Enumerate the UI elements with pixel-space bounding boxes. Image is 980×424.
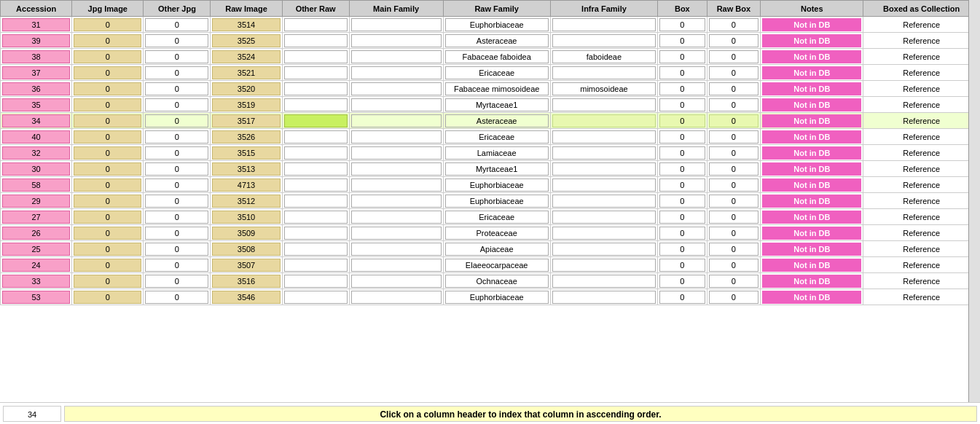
box-cell[interactable] [659,243,705,256]
jpg-cell[interactable] [74,259,141,272]
infra-family-cell[interactable] [552,66,656,79]
infra-family-cell[interactable] [552,82,656,95]
other-jpg-cell[interactable] [145,211,208,224]
notes-cell[interactable]: Not in DB [762,114,861,127]
other-raw-cell[interactable] [284,162,348,176]
accession-cell[interactable] [2,259,70,272]
raw-cell[interactable] [212,130,280,144]
raw-box-cell[interactable] [709,130,759,144]
notes-cell[interactable]: Not in DB [762,98,861,111]
raw-family-cell[interactable] [445,227,549,240]
raw-cell[interactable] [212,227,280,240]
accession-cell[interactable] [2,18,70,31]
accession-cell[interactable] [2,227,70,240]
other-raw-cell[interactable] [284,195,348,208]
raw-box-cell[interactable] [709,275,759,288]
accession-cell[interactable] [2,275,70,288]
header-raw-family[interactable]: Raw Family [443,1,550,17]
raw-cell[interactable] [212,66,280,79]
raw-box-cell[interactable] [709,34,759,47]
raw-cell[interactable] [212,18,280,31]
jpg-cell[interactable] [74,275,141,288]
raw-family-cell[interactable] [445,114,549,127]
jpg-cell[interactable] [74,114,141,127]
accession-cell[interactable] [2,130,70,144]
box-cell[interactable] [659,275,705,288]
raw-cell[interactable] [212,98,280,111]
other-jpg-cell[interactable] [145,243,208,256]
main-family-cell[interactable] [351,195,442,208]
jpg-cell[interactable] [74,243,141,256]
jpg-cell[interactable] [74,34,141,47]
box-cell[interactable] [659,259,705,272]
infra-family-cell[interactable] [552,227,656,240]
header-infra-family[interactable]: Infra Family [550,1,657,17]
accession-cell[interactable] [2,162,70,176]
other-raw-cell[interactable] [284,98,348,111]
other-jpg-cell[interactable] [145,114,208,127]
box-cell[interactable] [659,211,705,224]
raw-cell[interactable] [212,259,280,272]
raw-family-cell[interactable] [445,259,549,272]
other-raw-cell[interactable] [284,227,348,240]
other-raw-cell[interactable] [284,243,348,256]
other-raw-cell[interactable] [284,259,348,272]
main-family-cell[interactable] [351,243,442,256]
notes-cell[interactable]: Not in DB [762,211,861,224]
raw-box-cell[interactable] [709,195,759,208]
jpg-cell[interactable] [74,195,141,208]
main-family-cell[interactable] [351,114,442,127]
notes-cell[interactable]: Not in DB [762,18,861,31]
accession-cell[interactable] [2,50,70,63]
header-notes[interactable]: Notes [761,1,863,17]
raw-box-cell[interactable] [709,114,759,127]
box-cell[interactable] [659,114,705,127]
notes-cell[interactable]: Not in DB [762,146,861,160]
infra-family-cell[interactable] [552,275,656,288]
box-cell[interactable] [659,227,705,240]
main-family-cell[interactable] [351,227,442,240]
other-raw-cell[interactable] [284,82,348,95]
accession-cell[interactable] [2,146,70,160]
notes-cell[interactable]: Not in DB [762,178,861,192]
accession-cell[interactable] [2,34,70,47]
raw-family-cell[interactable] [445,162,549,176]
header-jpg[interactable]: Jpg Image [72,1,144,17]
infra-family-cell[interactable] [552,34,656,47]
other-jpg-cell[interactable] [145,227,208,240]
raw-cell[interactable] [212,162,280,176]
raw-box-cell[interactable] [709,162,759,176]
raw-box-cell[interactable] [709,211,759,224]
notes-cell[interactable]: Not in DB [762,50,861,63]
box-cell[interactable] [659,34,705,47]
box-cell[interactable] [659,98,705,111]
notes-cell[interactable]: Not in DB [762,227,861,240]
other-jpg-cell[interactable] [145,178,208,192]
other-jpg-cell[interactable] [145,291,208,304]
scrollbar[interactable] [968,0,980,402]
infra-family-cell[interactable] [552,146,656,160]
header-accession[interactable]: Accession [1,1,72,17]
infra-family-cell[interactable] [552,18,656,31]
other-jpg-cell[interactable] [145,66,208,79]
header-main-family[interactable]: Main Family [349,1,443,17]
other-raw-cell[interactable] [284,211,348,224]
box-cell[interactable] [659,50,705,63]
raw-box-cell[interactable] [709,98,759,111]
other-jpg-cell[interactable] [145,18,208,31]
jpg-cell[interactable] [74,146,141,160]
main-family-cell[interactable] [351,50,442,63]
raw-cell[interactable] [212,82,280,95]
raw-family-cell[interactable] [445,130,549,144]
other-raw-cell[interactable] [284,66,348,79]
infra-family-cell[interactable] [552,291,656,304]
header-raw-box[interactable]: Raw Box [707,1,761,17]
notes-cell[interactable]: Not in DB [762,130,861,144]
main-family-cell[interactable] [351,34,442,47]
other-jpg-cell[interactable] [145,130,208,144]
infra-family-cell[interactable] [552,50,656,63]
infra-family-cell[interactable] [552,211,656,224]
other-jpg-cell[interactable] [145,82,208,95]
accession-cell[interactable] [2,195,70,208]
raw-cell[interactable] [212,211,280,224]
